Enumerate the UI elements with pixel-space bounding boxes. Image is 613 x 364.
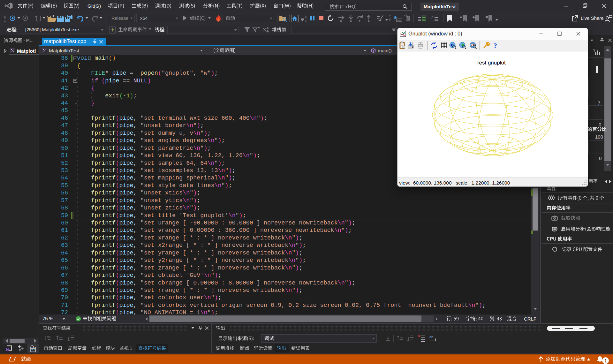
svg-text:?: ? [593, 48, 595, 53]
svg-text:ab: ab [429, 335, 433, 339]
svg-text:?: ? [431, 15, 433, 19]
svg-text:?: ? [494, 42, 497, 49]
